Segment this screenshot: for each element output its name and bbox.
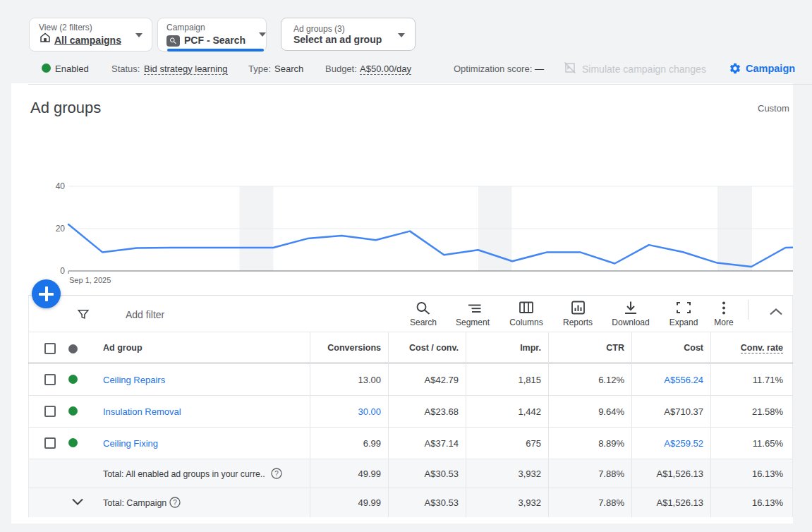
svg-text:Download: Download xyxy=(612,318,649,327)
svg-text:?: ? xyxy=(274,470,279,478)
svg-text:Search: Search xyxy=(410,318,437,327)
svg-text:Reports: Reports xyxy=(563,318,593,327)
svg-text:More: More xyxy=(714,318,734,327)
svg-text:Segment: Segment xyxy=(456,318,490,327)
svg-text:Columns: Columns xyxy=(509,318,543,327)
svg-text:?: ? xyxy=(173,499,177,507)
svg-text:Expand: Expand xyxy=(669,318,698,327)
